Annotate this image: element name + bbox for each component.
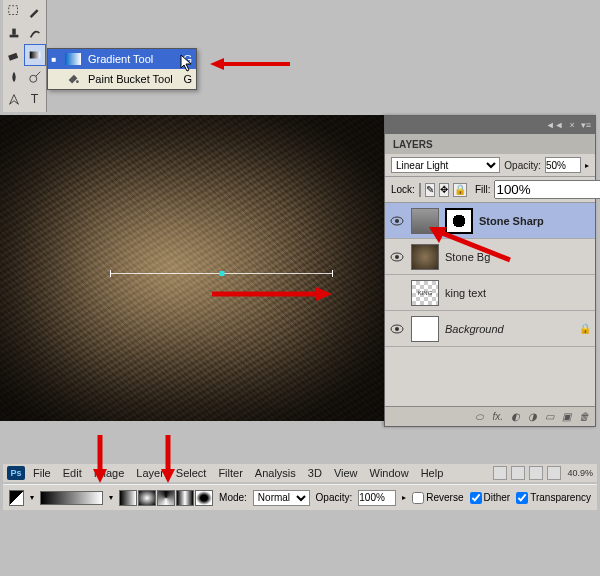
reverse-checkbox[interactable]: Reverse [412,492,463,504]
stamp-tool-icon[interactable] [3,22,25,44]
lock-pixels-icon[interactable]: ✎ [425,183,435,197]
fill-input[interactable] [494,180,600,199]
annotation-arrow-icon [212,285,332,305]
menu-edit[interactable]: Edit [59,467,86,479]
layer-row[interactable]: Background 🔒 [385,311,595,347]
blur-tool-icon[interactable] [3,66,25,88]
svg-point-13 [395,255,399,259]
brush-tool-icon[interactable] [25,0,47,22]
angle-gradient-icon[interactable] [157,490,175,506]
visibility-icon[interactable] [389,213,405,229]
layer-thumb [411,316,439,342]
menu-file[interactable]: File [29,467,55,479]
svg-rect-4 [30,52,41,59]
layer-row[interactable]: KING king text [385,275,595,311]
lock-row: Lock: ✎ ✥ 🔒 Fill: ▸ [385,177,595,203]
zoom-level[interactable]: 40.9% [567,468,593,478]
lock-icon: 🔒 [579,323,591,334]
screen-mode-icon[interactable] [529,466,543,480]
link-icon[interactable]: ⬭ [475,411,484,423]
mode-select[interactable]: Normal [253,490,310,506]
svg-line-20 [437,231,510,260]
lock-transparent-icon[interactable] [419,183,421,197]
dodge-tool-icon[interactable] [25,66,47,88]
eraser-tool-icon[interactable] [3,44,24,66]
gradient-type-group [119,490,213,506]
opacity-label: Opacity: [316,492,353,503]
svg-point-5 [30,75,37,82]
layers-panel: ◄◄ × ▾≡ Layers Linear Light Opacity: ▸ L… [384,115,596,427]
panel-footer: ⬭ fx. ◐ ◑ ▭ ▣ 🗑 [385,406,595,426]
active-dot-icon: ■ [50,55,58,64]
blend-row: Linear Light Opacity: ▸ [385,154,595,177]
menu-filter[interactable]: Filter [214,467,246,479]
menu-window[interactable]: Window [366,467,413,479]
menu-view[interactable]: View [330,467,362,479]
chevron-down-icon[interactable]: ▸ [585,161,589,170]
view-extras-icon[interactable] [511,466,525,480]
svg-point-9 [76,80,79,83]
visibility-icon[interactable] [389,285,405,301]
svg-rect-2 [12,29,16,35]
gradient-guide-line [110,273,333,274]
trash-icon[interactable]: 🗑 [579,411,589,422]
svg-line-6 [36,72,40,76]
pen-tool-icon[interactable] [3,88,25,110]
chevron-down-icon[interactable]: ▾ [109,493,113,502]
visibility-icon[interactable] [389,321,405,337]
visibility-icon[interactable] [389,249,405,265]
menu-3d[interactable]: 3D [304,467,326,479]
chevron-down-icon[interactable]: ▾ [30,493,34,502]
radial-gradient-icon[interactable] [138,490,156,506]
launch-bridge-icon[interactable] [493,466,507,480]
svg-rect-8 [65,53,81,65]
mask-icon[interactable]: ◐ [511,411,520,422]
linear-gradient-icon[interactable] [119,490,137,506]
history-brush-icon[interactable] [25,22,47,44]
diamond-gradient-icon[interactable] [195,490,213,506]
options-bar: ▾ ▾ Mode: Normal Opacity: ▸ Reverse Dith… [3,484,597,510]
heal-tool-icon[interactable] [3,0,25,22]
annotation-arrow-icon [90,435,110,485]
transparency-checkbox[interactable]: Transparency [516,492,591,504]
document-canvas[interactable] [0,115,384,421]
opacity-input[interactable] [545,157,581,173]
annotation-arrow-icon [158,435,178,485]
menu-analysis[interactable]: Analysis [251,467,300,479]
chevron-down-icon[interactable]: ▸ [402,493,406,502]
ps-logo-icon: Ps [7,466,25,480]
chevron-left-icon[interactable]: ◄◄ [546,120,564,130]
lock-position-icon[interactable]: ✥ [439,183,449,197]
folder-icon[interactable]: ▭ [545,411,554,422]
flyout-item-bucket[interactable]: Paint Bucket Tool G [48,69,196,89]
opacity-input[interactable] [358,490,396,506]
menu-icon[interactable]: ▾≡ [581,120,591,130]
type-tool-icon[interactable]: T [25,88,47,110]
layers-tab[interactable]: Layers [385,134,595,154]
svg-marker-19 [316,287,332,301]
close-icon[interactable]: × [569,120,574,130]
tool-preset-icon[interactable] [9,490,24,506]
gradient-picker[interactable] [40,491,103,505]
layer-name: king text [445,287,486,299]
flyout-item-gradient[interactable]: ■ Gradient Tool G [48,49,196,69]
lock-all-icon[interactable]: 🔒 [453,183,467,197]
new-layer-icon[interactable]: ▣ [562,411,571,422]
opacity-label: Opacity: [504,160,541,171]
flyout-label: Gradient Tool [88,53,174,65]
dither-checkbox[interactable]: Dither [470,492,511,504]
fx-icon[interactable]: fx. [492,411,503,422]
gradient-tool-icon[interactable] [24,44,46,66]
svg-marker-25 [161,469,175,483]
reflected-gradient-icon[interactable] [176,490,194,506]
layer-thumb: KING [411,280,439,306]
blend-mode-select[interactable]: Linear Light [391,157,500,173]
svg-rect-3 [8,53,18,61]
arrange-icon[interactable] [547,466,561,480]
gradient-icon [64,52,82,66]
tool-palette: T [3,0,47,112]
cursor-icon [180,54,194,74]
adjustment-icon[interactable]: ◑ [528,411,537,422]
svg-marker-23 [93,469,107,483]
menu-help[interactable]: Help [417,467,448,479]
